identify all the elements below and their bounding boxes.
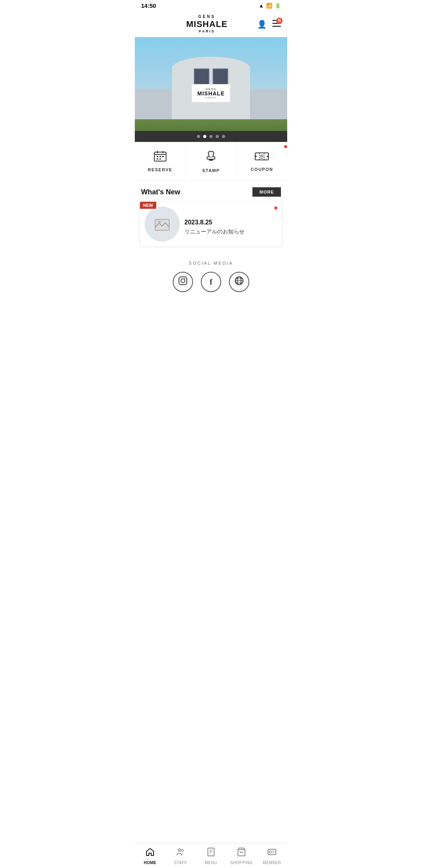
svg-point-20: [255, 156, 257, 157]
stamp-label: STAMP: [202, 168, 220, 173]
carousel-dot-2[interactable]: [203, 135, 206, 138]
profile-button[interactable]: 👤: [257, 20, 267, 29]
carousel-dot-4[interactable]: [216, 135, 219, 138]
status-time: 14:50: [141, 2, 156, 9]
svg-rect-13: [209, 159, 213, 161]
svg-point-21: [267, 156, 268, 157]
reserve-icon: [154, 151, 166, 164]
social-media-icons: f: [141, 272, 281, 292]
news-thumbnail: [145, 206, 180, 242]
facebook-button[interactable]: f: [201, 272, 221, 292]
wifi-icon: ▲: [259, 3, 264, 9]
whats-new-header: What's New MORE: [135, 181, 287, 201]
sign-gens: GENS: [197, 88, 225, 90]
menu-button[interactable]: N: [272, 19, 281, 29]
stamp-icon: [205, 150, 217, 165]
news-card[interactable]: NEW 2023.8.25 リニューアルのお知らせ: [139, 201, 283, 247]
news-date: 2023.8.25: [184, 219, 277, 226]
svg-rect-12: [207, 157, 215, 159]
svg-point-26: [184, 278, 185, 279]
coupon-icon: [255, 151, 269, 164]
app-logo: GENS MISHALE PARIS: [186, 14, 228, 34]
new-badge: NEW: [140, 202, 156, 209]
hero-sign: GENS MISHALE PARIS: [191, 84, 231, 102]
stamp-button[interactable]: STAMP: [186, 142, 236, 181]
svg-rect-10: [157, 158, 158, 160]
svg-point-25: [181, 279, 185, 283]
hero-image: GENS MISHALE PARIS: [135, 37, 287, 131]
facebook-icon: f: [210, 278, 213, 287]
carousel-dot-1[interactable]: [197, 135, 200, 138]
reserve-button[interactable]: RESERVE: [135, 142, 186, 181]
more-button[interactable]: MORE: [252, 187, 281, 197]
svg-rect-24: [179, 277, 187, 285]
header-action-icons: 👤 N: [257, 19, 281, 29]
status-bar: 14:50 ▲ 📶 🔋: [135, 0, 287, 11]
logo-mishale: MISHALE: [186, 19, 228, 29]
battery-icon: 🔋: [275, 3, 281, 9]
notification-badge: N: [276, 18, 283, 24]
status-icons: ▲ 📶 🔋: [259, 3, 281, 9]
globe-icon: [234, 276, 244, 288]
svg-rect-2: [272, 26, 281, 27]
website-button[interactable]: [229, 272, 249, 292]
logo-gens: GENS: [186, 14, 228, 19]
bottom-spacer: [135, 298, 287, 330]
svg-rect-11: [159, 158, 161, 160]
quick-actions: RESERVE STAMP COUPON: [135, 142, 287, 181]
sign-paris: PARIS: [197, 97, 225, 99]
carousel-dot-5[interactable]: [222, 135, 225, 138]
reserve-label: RESERVE: [148, 167, 172, 172]
news-title: リニューアルのお知らせ: [184, 228, 277, 235]
carousel-dot-3[interactable]: [209, 135, 213, 138]
app-header: GENS MISHALE PARIS 👤 N: [135, 11, 287, 37]
logo-paris: PARIS: [186, 29, 228, 34]
svg-rect-9: [162, 156, 164, 157]
svg-rect-8: [159, 156, 161, 157]
whats-new-title: What's New: [141, 188, 180, 196]
news-notification-dot: [274, 206, 277, 210]
news-content: 2023.8.25 リニューアルのお知らせ: [184, 213, 277, 235]
profile-icon: 👤: [257, 20, 267, 29]
sign-mishale: MISHALE: [197, 90, 225, 97]
coupon-button[interactable]: COUPON: [237, 142, 287, 181]
carousel-dots: [135, 131, 287, 142]
social-media-title: SOCIAL MEDIA: [141, 261, 281, 265]
social-media-section: SOCIAL MEDIA f: [135, 251, 287, 298]
instagram-icon: [178, 276, 188, 288]
instagram-button[interactable]: [173, 272, 193, 292]
coupon-label: COUPON: [251, 167, 273, 172]
hero-plants: [135, 119, 287, 131]
svg-point-23: [158, 221, 161, 224]
signal-icon: 📶: [266, 3, 272, 9]
svg-rect-14: [255, 153, 268, 160]
svg-rect-7: [157, 156, 158, 157]
